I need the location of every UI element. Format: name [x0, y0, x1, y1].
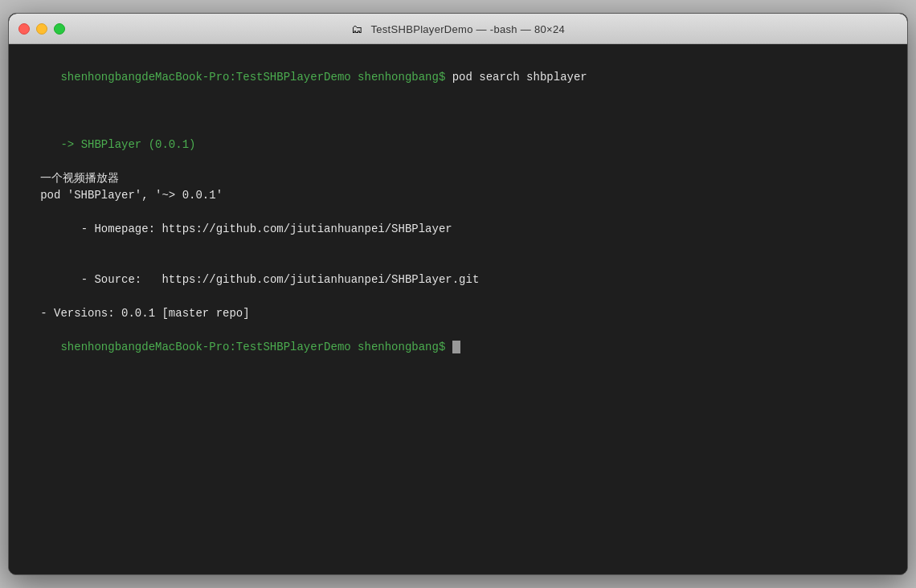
- source-line: - Source: https://github.com/jiutianhuan…: [20, 255, 896, 305]
- arrow: ->: [60, 138, 80, 151]
- source-label: - Source:: [60, 273, 162, 286]
- terminal-window: 🗂 TestSHBPlayerDemo — -bash — 80×24 shen…: [8, 13, 908, 575]
- close-button[interactable]: [18, 23, 30, 35]
- terminal-body[interactable]: shenhongbangdeMacBook-Pro:TestSHBPlayerD…: [9, 44, 907, 574]
- homepage-label: - Homepage:: [60, 223, 162, 235]
- cursor: [452, 341, 460, 353]
- traffic-lights: [18, 23, 65, 35]
- folder-icon: 🗂: [351, 22, 362, 35]
- prompt1: shenhongbangdeMacBook-Pro:TestSHBPlayerD…: [60, 71, 452, 84]
- command-line: shenhongbangdeMacBook-Pro:TestSHBPlayerD…: [20, 52, 896, 103]
- result-header-line: -> SHBPlayer (0.0.1): [20, 120, 896, 170]
- homepage-line: - Homepage: https://github.com/jiutianhu…: [20, 204, 896, 255]
- prompt2: shenhongbangdeMacBook-Pro:TestSHBPlayerD…: [60, 341, 452, 353]
- homepage-url: https://github.com/jiutianhuanpei/SHBPla…: [162, 223, 452, 235]
- title-bar: 🗂 TestSHBPlayerDemo — -bash — 80×24: [9, 14, 907, 44]
- source-url: https://github.com/jiutianhuanpei/SHBPla…: [162, 273, 479, 286]
- command1: pod search shbplayer: [452, 71, 587, 84]
- result-name: SHBPlayer (0.0.1): [81, 138, 196, 151]
- empty-line: [20, 103, 896, 120]
- versions-line: - Versions: 0.0.1 [master repo]: [20, 305, 896, 322]
- maximize-button[interactable]: [54, 23, 65, 35]
- pod-line: pod 'SHBPlayer', '~> 0.0.1': [20, 187, 896, 204]
- final-prompt-line: shenhongbangdeMacBook-Pro:TestSHBPlayerD…: [20, 322, 896, 373]
- minimize-button[interactable]: [36, 23, 47, 35]
- window-title: TestSHBPlayerDemo — -bash — 80×24: [370, 23, 564, 35]
- title-bar-text: 🗂 TestSHBPlayerDemo — -bash — 80×24: [351, 22, 565, 36]
- description-line: 一个视频播放器: [20, 170, 896, 187]
